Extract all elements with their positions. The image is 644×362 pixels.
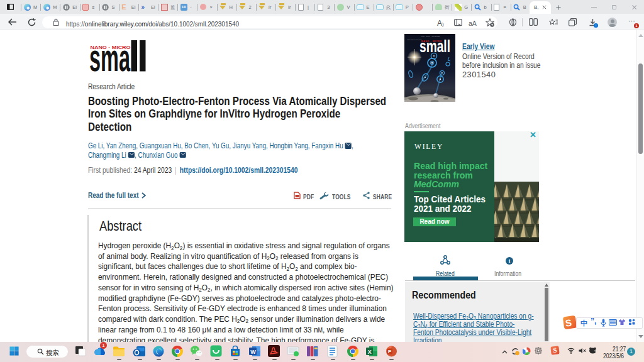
svg-text:P: P bbox=[388, 349, 392, 354]
svg-text:W: W bbox=[250, 349, 256, 355]
svg-text:X: X bbox=[368, 349, 372, 355]
svg-text:sma: sma bbox=[89, 39, 130, 72]
